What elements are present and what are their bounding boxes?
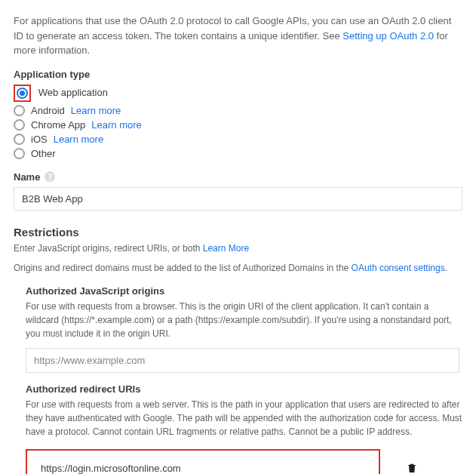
js-origins-input[interactable]	[26, 348, 459, 373]
help-icon[interactable]: ?	[45, 171, 55, 182]
radio-label-ios: iOS	[31, 134, 48, 145]
ios-learn-more-link[interactable]: Learn more	[54, 134, 103, 145]
restrictions-heading: Restrictions	[14, 226, 462, 239]
redirect-entry-row: https://login.microsoftonline.com	[35, 455, 371, 475]
radio-label-web-application: Web application	[38, 87, 108, 98]
name-label: Name	[14, 171, 40, 183]
application-type-label: Application type	[14, 69, 462, 80]
radio-ios[interactable]	[14, 134, 25, 145]
radio-label-chrome-app: Chrome App	[31, 119, 85, 131]
restrictions-learn-more-link[interactable]: Learn More	[203, 243, 249, 254]
restrictions-sub: Enter JavaScript origins, redirect URIs,…	[14, 242, 462, 255]
js-origins-label: Authorized JavaScript origins	[26, 285, 462, 297]
js-origins-desc: For use with requests from a browser. Th…	[26, 300, 462, 340]
radio-android[interactable]	[14, 105, 25, 116]
redirect-uris-label: Authorized redirect URIs	[26, 383, 462, 395]
android-learn-more-link[interactable]: Learn more	[71, 105, 121, 116]
redirect-entries-highlight: https://login.microsoftonline.com https:…	[26, 449, 380, 475]
radio-other[interactable]	[14, 148, 25, 159]
oauth-consent-link[interactable]: OAuth consent settings	[352, 263, 445, 273]
radio-chrome-app[interactable]	[14, 119, 25, 131]
chrome-learn-more-link[interactable]: Learn more	[91, 119, 141, 131]
selected-radio-highlight	[14, 85, 31, 102]
redirect-entry-1: https://login.microsoftonline.com	[41, 463, 181, 474]
radio-web-application[interactable]	[17, 88, 28, 99]
intro-text: For applications that use the OAuth 2.0 …	[14, 14, 462, 58]
redirect-uris-desc: For use with requests from a web server.…	[26, 398, 462, 439]
authorized-domains-note: Origins and redirect domains must be add…	[14, 261, 462, 275]
name-input[interactable]	[14, 187, 462, 211]
radio-label-android: Android	[31, 105, 65, 116]
setup-oauth-link[interactable]: Setting up OAuth 2.0	[342, 30, 434, 42]
trash-icon[interactable]	[406, 462, 418, 474]
radio-label-other: Other	[31, 148, 56, 159]
